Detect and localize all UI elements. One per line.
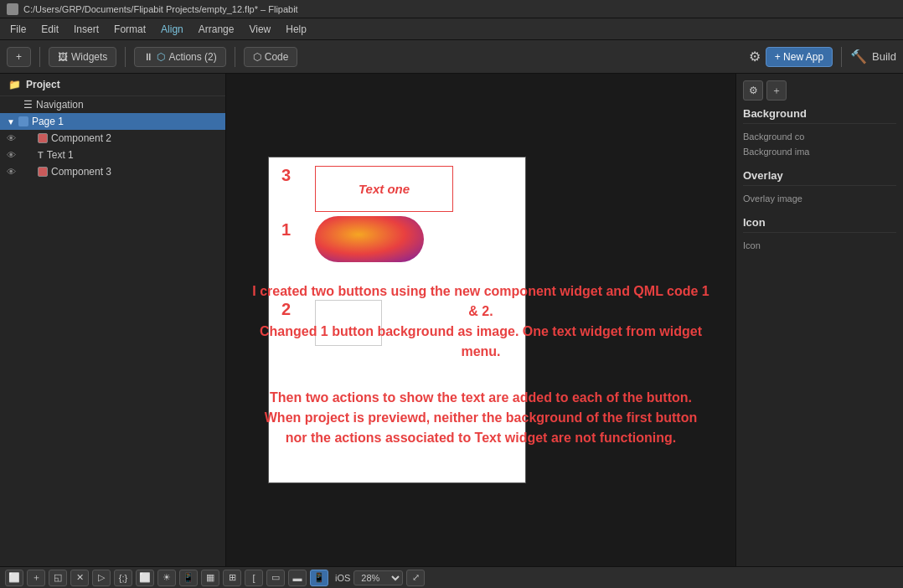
sidebar-item-navigation[interactable]: ☰ Navigation bbox=[0, 96, 225, 113]
label-3: 3 bbox=[281, 166, 291, 185]
bottom-toolbar: ⬜ ＋ ◱ ✕ ▷ {;} ⬜ ☀ 📱 ▦ ⊞ [ ▭ ▬ 📱 iOS 28% … bbox=[0, 566, 903, 588]
panel-background-section: Background Background co Background ima bbox=[743, 107, 896, 159]
bottom-page-btn[interactable]: ⬜ bbox=[5, 570, 23, 586]
nav-icon: ☰ bbox=[23, 99, 33, 111]
menu-edit[interactable]: Edit bbox=[34, 22, 65, 37]
app-icon bbox=[7, 3, 18, 15]
menubar: File Edit Insert Format Align Arrange Vi… bbox=[0, 18, 903, 40]
overlay-text-5: nor the actions associated to Text widge… bbox=[251, 428, 710, 448]
widgets-button[interactable]: 🖼 Widgets bbox=[49, 47, 116, 67]
menu-view[interactable]: View bbox=[242, 22, 277, 37]
panel-bg-color-row: Background co bbox=[743, 129, 896, 144]
nav-label: Navigation bbox=[36, 99, 84, 111]
panel-icons: ⚙ ＋ bbox=[743, 80, 896, 101]
bottom-add-page-btn[interactable]: ＋ bbox=[27, 570, 45, 586]
title-text: C:/Users/GRP/Documents/Flipabit Projects… bbox=[23, 4, 298, 14]
collapse-icon: ▼ bbox=[7, 117, 15, 126]
bottom-bracket-btn[interactable]: [ bbox=[245, 570, 263, 586]
actions-label: Actions (2) bbox=[168, 51, 216, 63]
bottom-copy-btn[interactable]: ◱ bbox=[49, 570, 67, 586]
panel-icon-section: Icon Icon bbox=[743, 216, 896, 253]
pause-icon: ⏸ bbox=[143, 51, 153, 63]
overlay-text-block-2: Then two actions to show the text are ad… bbox=[251, 388, 710, 448]
bottom-mobile-btn[interactable]: 📱 bbox=[310, 570, 328, 586]
panel-overlay-section: Overlay Overlay image bbox=[743, 169, 896, 206]
text-icon-t1: T bbox=[38, 150, 44, 160]
project-header: 📁 Project bbox=[0, 74, 225, 96]
bottom-code-btn[interactable]: {;} bbox=[114, 570, 132, 586]
widgets-label: Widgets bbox=[71, 51, 107, 63]
overlay-text-1: I created two buttons using the new comp… bbox=[251, 281, 710, 322]
bottom-play-btn[interactable]: ▷ bbox=[92, 570, 111, 586]
menu-arrange[interactable]: Arrange bbox=[192, 22, 241, 37]
toolbar-divider-4 bbox=[841, 47, 842, 67]
toolbar-divider-3 bbox=[235, 47, 235, 67]
build-icon: 🔨 bbox=[850, 49, 867, 64]
menu-file[interactable]: File bbox=[3, 22, 33, 37]
bottom-frame-btn[interactable]: ⬜ bbox=[136, 570, 154, 586]
bottom-rect-btn[interactable]: ▭ bbox=[266, 570, 285, 586]
text-one-widget[interactable]: Text one bbox=[315, 166, 453, 212]
project-icon: 📁 bbox=[8, 79, 21, 90]
sidebar-item-component2[interactable]: 👁 Component 2 bbox=[0, 130, 225, 147]
sidebar-item-text1[interactable]: 👁 T Text 1 bbox=[0, 147, 225, 163]
panel-overlay-image-row: Overlay image bbox=[743, 191, 896, 206]
panel-bg-image-row: Background ima bbox=[743, 144, 896, 159]
panel-add-btn[interactable]: ＋ bbox=[766, 80, 787, 101]
component2-label: Component 2 bbox=[51, 132, 111, 144]
page-icon bbox=[18, 116, 28, 126]
panel-settings-btn[interactable]: ⚙ bbox=[743, 80, 763, 101]
panel-icon-row: Icon bbox=[743, 238, 896, 253]
code-button[interactable]: ⬡ Code bbox=[244, 47, 298, 67]
menu-format[interactable]: Format bbox=[107, 22, 152, 37]
canvas-area: 3 Text one 1 2 I created two buttons usi… bbox=[226, 74, 735, 566]
bottom-grid-btn[interactable]: ▦ bbox=[201, 570, 219, 586]
titlebar: C:/Users/GRP/Documents/Flipabit Projects… bbox=[0, 0, 903, 18]
bottom-snap-btn[interactable]: ⊞ bbox=[223, 570, 241, 586]
bottom-bright-btn[interactable]: ☀ bbox=[157, 570, 176, 586]
panel-overlay-title: Overlay bbox=[743, 169, 896, 186]
bottom-rect2-btn[interactable]: ▬ bbox=[288, 570, 307, 586]
bottom-expand-btn[interactable]: ⤢ bbox=[406, 570, 425, 586]
eye-icon-t1[interactable]: 👁 bbox=[7, 150, 16, 160]
bottom-delete-btn[interactable]: ✕ bbox=[70, 570, 89, 586]
panel-icon-label: Icon bbox=[743, 240, 761, 250]
button-1-widget[interactable] bbox=[315, 216, 424, 262]
bottom-device-btn[interactable]: 📱 bbox=[179, 570, 198, 586]
actions-button[interactable]: ⏸ ⬡ Actions (2) bbox=[134, 47, 225, 67]
panel-background-title: Background bbox=[743, 107, 896, 124]
overlay-text-2: Changed 1 button background as image. On… bbox=[251, 322, 710, 362]
panel-bg-color-label: Background co bbox=[743, 132, 804, 142]
zoom-select[interactable]: 28% 50% 100% bbox=[353, 570, 403, 585]
menu-insert[interactable]: Insert bbox=[67, 22, 106, 37]
overlay-text-3: Then two actions to show the text are ad… bbox=[251, 388, 710, 408]
overlay-text-4: When project is previewd, neither the ba… bbox=[251, 408, 710, 428]
menu-help[interactable]: Help bbox=[279, 22, 313, 37]
sidebar-item-page1[interactable]: ▼ Page 1 bbox=[0, 113, 225, 130]
component-icon-c3 bbox=[38, 167, 48, 177]
main-area: 📁 Project ☰ Navigation ▼ Page 1 👁 Compon… bbox=[0, 74, 903, 566]
panel-bg-image-label: Background ima bbox=[743, 147, 810, 157]
component-icon-c2 bbox=[38, 133, 48, 143]
new-app-button[interactable]: + New App bbox=[766, 47, 833, 67]
text1-label: Text 1 bbox=[47, 149, 74, 161]
panel-icon-title: Icon bbox=[743, 216, 896, 233]
label-1: 1 bbox=[281, 220, 291, 240]
code-label: Code bbox=[265, 51, 289, 63]
menu-align[interactable]: Align bbox=[154, 22, 190, 37]
build-label: Build bbox=[872, 50, 896, 63]
sidebar: 📁 Project ☰ Navigation ▼ Page 1 👁 Compon… bbox=[0, 74, 226, 566]
overlay-text-block-1: I created two buttons using the new comp… bbox=[251, 281, 710, 362]
sidebar-item-component3[interactable]: 👁 Component 3 bbox=[0, 163, 225, 180]
widgets-icon: 🖼 bbox=[58, 51, 68, 63]
eye-icon-c2[interactable]: 👁 bbox=[7, 133, 16, 143]
actions-code-icon: ⬡ bbox=[157, 51, 165, 63]
eye-icon-c3[interactable]: 👁 bbox=[7, 167, 16, 177]
toolbar: + 🖼 Widgets ⏸ ⬡ Actions (2) ⬡ Code ⚙ + N… bbox=[0, 40, 903, 74]
panel-overlay-image-label: Overlay image bbox=[743, 193, 802, 204]
page-label: Page 1 bbox=[32, 116, 64, 127]
ios-label: iOS bbox=[335, 573, 350, 583]
settings-icon[interactable]: ⚙ bbox=[749, 49, 761, 64]
toolbar-divider-1 bbox=[39, 47, 40, 67]
add-button[interactable]: + bbox=[7, 47, 31, 67]
